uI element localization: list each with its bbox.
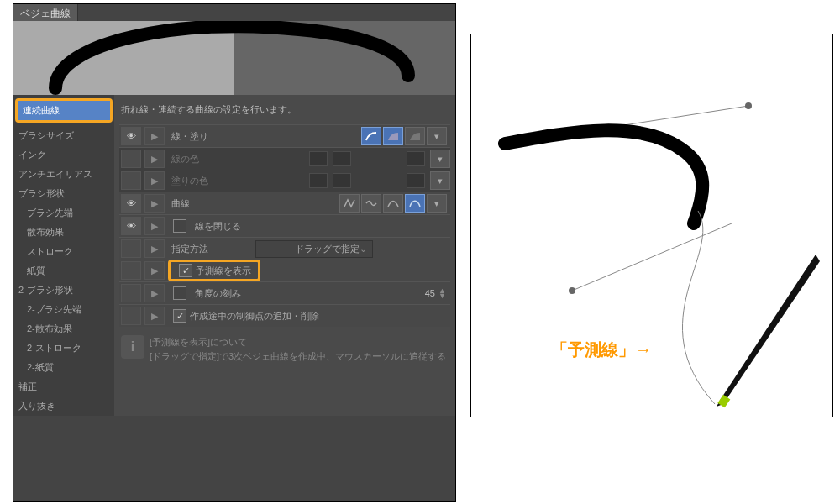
swatch-line-2[interactable] xyxy=(333,151,351,166)
sidebar-item-brush-shape[interactable]: ブラシ形状 xyxy=(13,184,114,203)
row-add-remove-points: ▶ ✓ 作成途中の制御点の追加・削除 xyxy=(119,304,450,327)
expand-arrow-icon[interactable]: ▶ xyxy=(144,217,165,235)
prediction-illustration: 「予測線」→ xyxy=(470,34,833,417)
tool-settings-panel: ベジェ曲線 連続曲線 ブラシサイズ インク アンチエイリアス ブラシ形状 ブラシ… xyxy=(13,3,456,502)
checkbox-show-prediction[interactable]: ✓ xyxy=(179,264,192,277)
sidebar-item-stroke2[interactable]: 2-ストローク xyxy=(13,339,114,358)
row-angle-step: ▶ 角度の刻み 45 ▲▼ xyxy=(119,281,450,304)
chevron-down-icon: ⌄ xyxy=(360,244,367,255)
settings-content: 折れ線・連続する曲線の設定を行います。 👁 ▶ 線・塗り ▾ ▶ 線の色 xyxy=(114,95,455,416)
checkbox-close-line[interactable] xyxy=(173,219,186,233)
sidebar-item-correction[interactable]: 補正 xyxy=(13,377,114,396)
sidebar-item-antialias[interactable]: アンチエイリアス xyxy=(13,165,114,184)
label-line-fill: 線・塗り xyxy=(171,130,239,143)
eye-icon[interactable]: 👁 xyxy=(121,194,141,213)
curve-dropdown[interactable]: ▾ xyxy=(427,194,447,213)
swatch-line-3[interactable] xyxy=(407,151,425,166)
label-close-line: 線を閉じる xyxy=(195,220,262,233)
settings-sidebar: 連続曲線 ブラシサイズ インク アンチエイリアス ブラシ形状 ブラシ先端 散布効… xyxy=(13,95,114,416)
annotation-prediction-line: 「予測線」→ xyxy=(551,339,652,361)
expand-arrow-icon[interactable]: ▶ xyxy=(144,239,165,258)
sidebar-item-texture[interactable]: 紙質 xyxy=(13,261,114,281)
swatch-line-1[interactable] xyxy=(309,151,328,166)
sidebar-item-spray[interactable]: 散布効果 xyxy=(13,223,114,242)
label-add-remove-points: 作成途中の制御点の追加・削除 xyxy=(190,310,319,323)
eye-icon[interactable]: 👁 xyxy=(121,127,141,145)
row-line-fill: 👁 ▶ 線・塗り ▾ xyxy=(119,124,450,147)
preview-dark-bg xyxy=(234,21,455,95)
curve-type-spline[interactable] xyxy=(361,194,381,213)
sidebar-item-brush-tip[interactable]: ブラシ先端 xyxy=(13,203,114,223)
row-show-prediction: ▶ ✓ 予測線を表示 xyxy=(119,260,450,281)
svg-point-3 xyxy=(569,287,575,294)
section-description: 折れ線・連続する曲線の設定を行います。 xyxy=(119,100,450,124)
fill-mode-fill[interactable] xyxy=(383,127,403,145)
eye-icon[interactable] xyxy=(121,171,141,190)
stepper-angle-step[interactable]: ▲▼ xyxy=(438,288,447,298)
eye-icon[interactable] xyxy=(121,239,141,258)
curve-type-options: ▾ xyxy=(339,194,447,213)
info-box: i [予測線を表示]について [ドラッグで指定]で3次ベジェ曲線を作成中、マウス… xyxy=(119,332,450,366)
sidebar-item-ink[interactable]: インク xyxy=(13,145,114,165)
line-fill-options: ▾ xyxy=(361,127,447,145)
expand-arrow-icon[interactable]: ▶ xyxy=(144,127,165,145)
line-color-dropdown[interactable]: ▾ xyxy=(430,150,450,168)
fill-color-dropdown[interactable]: ▾ xyxy=(430,171,450,190)
expand-arrow-icon[interactable]: ▶ xyxy=(144,307,165,325)
sidebar-item-stroke[interactable]: ストローク xyxy=(13,242,114,261)
dropdown-value: ドラッグで指定 xyxy=(295,243,360,255)
fill-mode-both[interactable] xyxy=(405,127,425,145)
eye-icon[interactable]: 👁 xyxy=(121,217,141,235)
preview-light-bg xyxy=(13,21,234,95)
info-title: [予測線を表示]について xyxy=(150,335,446,349)
eye-icon[interactable] xyxy=(121,307,141,325)
sidebar-item-starting-ending[interactable]: 入り抜き xyxy=(13,396,114,416)
row-specify-method: ▶ 指定方法 ドラッグで指定 ⌄ xyxy=(119,237,450,260)
label-show-prediction: 予測線を表示 xyxy=(196,265,251,277)
row-close-line: 👁 ▶ 線を閉じる xyxy=(119,214,450,237)
expand-arrow-icon[interactable]: ▶ xyxy=(144,150,165,168)
sidebar-item-brush-size[interactable]: ブラシサイズ xyxy=(13,126,114,145)
label-fill-color: 塗りの色 xyxy=(171,175,239,187)
curve-type-polyline[interactable] xyxy=(339,194,360,213)
label-specify-method: 指定方法 xyxy=(171,243,239,255)
svg-rect-4 xyxy=(717,395,730,408)
svg-point-2 xyxy=(745,102,752,109)
row-fill-color: ▶ 塗りの色 ▾ xyxy=(119,170,450,192)
sidebar-item-spray2[interactable]: 2-散布効果 xyxy=(13,319,114,339)
swatch-fill-1[interactable] xyxy=(309,173,328,188)
info-icon: i xyxy=(121,335,144,359)
highlight-prediction-option: ✓ 予測線を表示 xyxy=(168,260,260,281)
fill-mode-dropdown[interactable]: ▾ xyxy=(427,127,447,145)
info-body: [ドラッグで指定]で3次ベジェ曲線を作成中、マウスカーソルに追従する xyxy=(150,349,446,364)
label-angle-step: 角度の刻み xyxy=(195,287,262,300)
curve-type-quad[interactable] xyxy=(383,194,403,213)
value-angle-step[interactable]: 45 xyxy=(425,288,435,298)
sidebar-item-continuous-curve[interactable]: 連続曲線 xyxy=(18,101,110,120)
expand-arrow-icon[interactable]: ▶ xyxy=(144,261,165,280)
row-curve: 👁 ▶ 曲線 ▾ xyxy=(119,192,450,214)
sidebar-item-brush-tip2[interactable]: 2-ブラシ先端 xyxy=(13,300,114,319)
label-curve: 曲線 xyxy=(171,197,239,210)
stylus-pen-icon xyxy=(717,255,820,407)
checkbox-angle-step[interactable] xyxy=(173,286,186,300)
expand-arrow-icon[interactable]: ▶ xyxy=(144,194,165,213)
swatch-fill-3[interactable] xyxy=(407,173,425,188)
eye-icon[interactable] xyxy=(121,261,141,280)
row-line-color: ▶ 線の色 ▾ xyxy=(119,147,450,170)
expand-arrow-icon[interactable]: ▶ xyxy=(144,284,165,302)
sidebar-item-texture2[interactable]: 2-紙質 xyxy=(13,358,114,377)
sidebar-item-brush-shape2[interactable]: 2-ブラシ形状 xyxy=(13,281,114,300)
dropdown-specify-method[interactable]: ドラッグで指定 ⌄ xyxy=(255,240,373,258)
swatch-fill-2[interactable] xyxy=(333,173,351,188)
eye-icon[interactable] xyxy=(121,150,141,168)
eye-icon[interactable] xyxy=(121,284,141,302)
sidebar-highlight: 連続曲線 xyxy=(15,98,113,123)
fill-mode-outline[interactable] xyxy=(361,127,381,145)
label-line-color: 線の色 xyxy=(171,153,239,165)
brush-preview xyxy=(13,21,455,95)
curve-type-cubic-bezier[interactable] xyxy=(405,194,425,213)
checkbox-add-remove-points[interactable]: ✓ xyxy=(173,309,186,323)
svg-line-1 xyxy=(572,223,732,291)
expand-arrow-icon[interactable]: ▶ xyxy=(144,171,165,190)
